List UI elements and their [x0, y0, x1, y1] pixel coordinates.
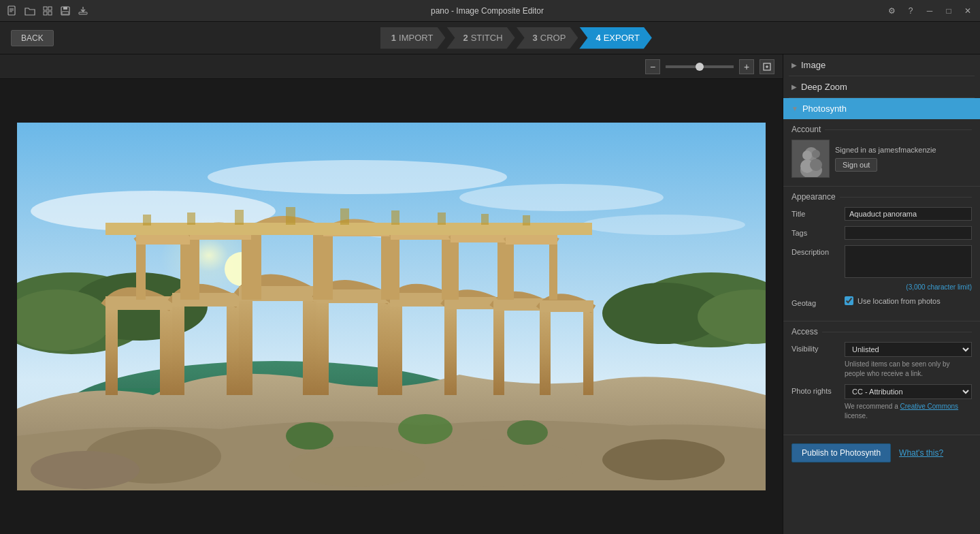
- step-import[interactable]: 1 IMPORT: [380, 27, 446, 49]
- geotag-row: Geotag Use location from photos: [791, 296, 972, 307]
- image-section-header[interactable]: ▶ Image: [783, 54, 980, 76]
- step-stitch[interactable]: 2 STITCH: [446, 27, 514, 49]
- svg-point-98: [802, 151, 812, 160]
- signed-in-text: Signed in as jamesfmackenzie: [835, 146, 936, 154]
- photosynth-section-header[interactable]: ▼ Photosynth: [783, 98, 980, 119]
- access-title: Access: [791, 327, 972, 336]
- svg-rect-5: [48, 7, 52, 10]
- step-export[interactable]: 4 EXPORT: [579, 27, 651, 49]
- use-location-row: Use location from photos: [845, 296, 941, 305]
- titlebar-right: ⚙ ? ─ □ ✕: [885, 4, 975, 18]
- zoom-slider[interactable]: [666, 65, 734, 68]
- svg-rect-60: [242, 237, 251, 300]
- title-input[interactable]: [845, 207, 972, 221]
- maximize-btn[interactable]: □: [942, 4, 956, 18]
- settings-btn[interactable]: ⚙: [885, 4, 898, 18]
- description-label: Description: [791, 245, 840, 256]
- zoom-in-button[interactable]: +: [739, 59, 754, 74]
- close-btn[interactable]: ✕: [961, 4, 975, 18]
- publish-section: Publish to Photosynth What's this?: [783, 435, 980, 471]
- help-btn[interactable]: ?: [904, 4, 917, 18]
- access-section: Access Visibility Public Unlisted Privat…: [783, 321, 980, 435]
- svg-rect-6: [44, 12, 47, 15]
- whats-this-link[interactable]: What's this?: [899, 448, 943, 458]
- export-icon[interactable]: [76, 4, 90, 18]
- svg-point-21: [582, 215, 745, 235]
- svg-rect-65: [323, 234, 333, 300]
- image-arrow-icon: ▶: [791, 61, 797, 69]
- creative-commons-link[interactable]: Creative Commons: [900, 403, 959, 410]
- svg-rect-9: [63, 7, 67, 10]
- char-limit-text: (3,000 character limit): [791, 283, 972, 291]
- new-icon[interactable]: [5, 4, 19, 18]
- open-icon[interactable]: [23, 4, 37, 18]
- svg-rect-4: [44, 7, 47, 10]
- visibility-field: Public Unlisted Private Unlisted items c…: [845, 342, 972, 379]
- title-row: Title: [791, 207, 972, 221]
- svg-rect-86: [523, 215, 530, 225]
- geotag-label: Geotag: [791, 296, 840, 307]
- svg-rect-10: [62, 12, 69, 14]
- svg-rect-32: [105, 307, 118, 395]
- photosynth-panel: Account: [783, 119, 980, 534]
- title-label: Title: [791, 207, 840, 218]
- account-info: Signed in as jamesfmackenzie Sign out: [791, 140, 972, 178]
- back-button[interactable]: BACK: [11, 30, 54, 46]
- svg-rect-11: [79, 12, 87, 14]
- zoom-slider-thumb: [696, 63, 704, 71]
- window-title: pano - Image Composite Editor: [431, 6, 544, 16]
- svg-rect-57: [180, 242, 190, 300]
- visibility-row: Visibility Public Unlisted Private Unlis…: [791, 342, 972, 379]
- svg-rect-62: [251, 232, 261, 300]
- photosynth-arrow-icon: ▼: [791, 105, 798, 112]
- svg-rect-84: [438, 213, 446, 225]
- svg-rect-63: [313, 232, 323, 300]
- svg-rect-59: [190, 237, 199, 300]
- svg-point-93: [398, 414, 453, 444]
- panorama-image: [17, 123, 766, 490]
- license-note: We recommend a Creative Commons license.: [845, 402, 972, 421]
- svg-rect-42: [378, 300, 390, 395]
- svg-rect-47: [444, 307, 455, 395]
- minimize-btn[interactable]: ─: [923, 4, 936, 18]
- svg-rect-79: [187, 213, 195, 225]
- avatar: [791, 140, 830, 178]
- svg-rect-39: [303, 296, 316, 395]
- description-textarea[interactable]: [845, 245, 972, 278]
- svg-rect-76: [506, 234, 557, 245]
- svg-point-89: [602, 439, 725, 480]
- svg-rect-82: [340, 208, 349, 225]
- tags-input[interactable]: [845, 226, 972, 240]
- svg-rect-58: [136, 234, 190, 245]
- zoom-out-button[interactable]: −: [645, 59, 660, 74]
- publish-button[interactable]: Publish to Photosynth: [791, 443, 891, 462]
- svg-rect-35: [172, 303, 184, 395]
- photo-rights-select[interactable]: CC - Attribution CC - Attribution ShareA…: [845, 384, 972, 399]
- visibility-select[interactable]: Public Unlisted Private: [845, 342, 972, 357]
- save-icon[interactable]: [59, 4, 72, 18]
- svg-point-94: [507, 420, 548, 445]
- open2-icon[interactable]: [41, 4, 54, 18]
- svg-point-92: [286, 422, 333, 450]
- svg-rect-69: [442, 237, 451, 300]
- svg-point-101: [810, 159, 822, 171]
- svg-point-20: [459, 184, 664, 211]
- tags-label: Tags: [791, 226, 840, 237]
- photo-rights-row: Photo rights CC - Attribution CC - Attri…: [791, 384, 972, 421]
- appearance-section: Appearance Title Tags Description (3,000…: [783, 187, 980, 321]
- right-panel: ▶ Image ▶ Deep Zoom ▼ Photosynth Account: [783, 54, 980, 534]
- svg-rect-75: [549, 242, 557, 300]
- steps: 1 IMPORT 2 STITCH 3 CROP 4 EXPORT: [65, 27, 969, 49]
- deep-zoom-section-label: Deep Zoom: [801, 82, 847, 92]
- titlebar: pano - Image Composite Editor ⚙ ? ─ □ ✕: [0, 0, 980, 22]
- use-location-checkbox[interactable]: [845, 296, 853, 305]
- sign-out-button[interactable]: Sign out: [835, 158, 877, 172]
- account-details: Signed in as jamesfmackenzie Sign out: [835, 146, 936, 172]
- deep-zoom-section-header[interactable]: ▶ Deep Zoom: [783, 76, 980, 97]
- zoom-fit-button[interactable]: [760, 59, 774, 74]
- visibility-label: Visibility: [791, 342, 840, 353]
- photo-rights-label: Photo rights: [791, 384, 840, 395]
- svg-point-91: [289, 446, 425, 487]
- svg-rect-81: [286, 207, 295, 225]
- step-crop[interactable]: 3 CROP: [517, 27, 578, 49]
